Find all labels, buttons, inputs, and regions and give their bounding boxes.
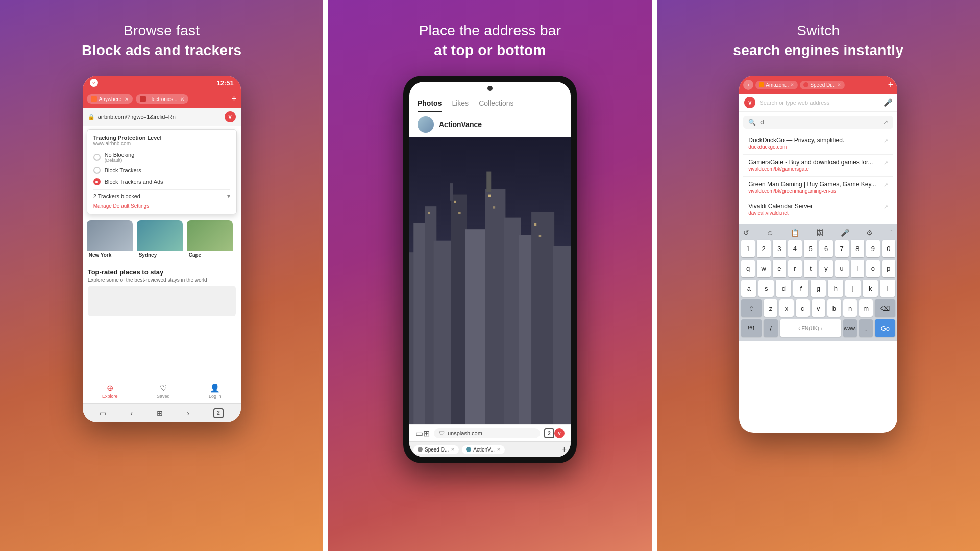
kb-key-z[interactable]: z (764, 299, 777, 317)
grid-view-icon[interactable]: ⊞ (423, 429, 430, 438)
kb-go-key[interactable]: Go (875, 319, 895, 337)
kb-key-j[interactable]: j (845, 280, 861, 297)
kb-emoji-icon[interactable]: ☺ (767, 229, 774, 237)
right-mic-icon[interactable]: 🎤 (884, 98, 892, 107)
kb-slash-key[interactable]: / (764, 319, 777, 337)
back-icon[interactable]: ‹ (130, 409, 133, 417)
manage-settings-link[interactable]: Manage Default Settings (93, 203, 230, 209)
right-tab-2[interactable]: Speed Di... ✕ (800, 81, 844, 89)
right-close-btn[interactable]: ‹ (743, 80, 753, 90)
kb-key-q[interactable]: q (741, 260, 755, 277)
forward-icon[interactable]: › (187, 409, 189, 417)
nav-saved[interactable]: ♡ Saved (157, 383, 170, 399)
suggestion-2[interactable]: GamersGate - Buy and download games for.… (743, 155, 893, 177)
right-tab1-close[interactable]: ✕ (790, 82, 794, 87)
block-trackers-radio[interactable] (93, 167, 101, 174)
vivaldi-menu-button[interactable]: V (225, 111, 236, 122)
kb-key-o[interactable]: o (866, 260, 880, 277)
nav-login[interactable]: 👤 Log in (209, 383, 222, 399)
kb-key-y[interactable]: y (819, 260, 833, 277)
kb-key-6[interactable]: 6 (819, 240, 833, 257)
destination-cape[interactable]: Cape (187, 220, 233, 261)
suggestion-1[interactable]: DuckDuckGo — Privacy, simplified. duckdu… (743, 133, 893, 155)
kb-history-icon[interactable]: ↺ (743, 229, 749, 237)
center-vivaldi-button[interactable]: V (554, 428, 565, 438)
kb-key-5[interactable]: 5 (804, 240, 818, 257)
block-trackers-ads-option[interactable]: Block Trackers and Ads (93, 178, 230, 185)
kb-key-p[interactable]: p (882, 260, 896, 277)
block-trackers-ads-radio[interactable] (93, 178, 101, 185)
kb-shift-key[interactable]: ⇧ (741, 299, 762, 317)
kb-key-m[interactable]: m (859, 299, 873, 317)
kb-key-2[interactable]: 2 (757, 240, 771, 257)
destination-new-york[interactable]: New York (87, 220, 133, 261)
center-tab-item-1[interactable]: Speed D... ✕ (413, 445, 459, 454)
nav-explore[interactable]: ⊕ Explore (102, 383, 118, 399)
right-tab-1[interactable]: Amazon... ✕ (755, 81, 798, 89)
kb-key-e[interactable]: e (773, 260, 787, 277)
right-tab2-close[interactable]: ✕ (837, 82, 841, 87)
center-tab1-close[interactable]: ✕ (451, 447, 455, 452)
kb-key-x[interactable]: x (779, 299, 793, 317)
tab-collections[interactable]: Collections (479, 99, 513, 112)
tab2-close[interactable]: ✕ (180, 96, 184, 102)
left-address-bar[interactable]: 🔒 airbnb.com/?irgwc=1&irclid=Rn V (83, 108, 241, 126)
search-clear-icon[interactable]: ↗ (883, 119, 888, 126)
kb-key-3[interactable]: 3 (773, 240, 787, 257)
kb-key-b[interactable]: b (827, 299, 841, 317)
kb-key-t[interactable]: t (804, 260, 818, 277)
kb-key-1[interactable]: 1 (741, 240, 755, 257)
sidebar-icon[interactable]: ▭ (100, 409, 106, 417)
kb-key-u[interactable]: u (835, 260, 849, 277)
kb-key-w[interactable]: w (757, 260, 771, 277)
kb-key-n[interactable]: n (843, 299, 857, 317)
kb-clipboard-icon[interactable]: 📋 (791, 229, 799, 237)
kb-lang-key[interactable]: ‹ EN(UK) › (780, 319, 841, 337)
destination-sydney[interactable]: Sydney (137, 220, 183, 261)
center-tab-item-2[interactable]: ActionV... ✕ (462, 445, 505, 454)
kb-key-c[interactable]: c (796, 299, 810, 317)
kb-key-g[interactable]: g (811, 280, 826, 297)
kb-key-v[interactable]: v (812, 299, 825, 317)
add-tab-button[interactable]: + (231, 94, 237, 105)
right-address-bar[interactable]: V Search or type web address 🎤 (739, 94, 897, 112)
kb-key-0[interactable]: 0 (882, 240, 896, 257)
left-tab-1[interactable]: Anywhere ✕ (87, 94, 133, 104)
kb-image-icon[interactable]: 🖼 (816, 229, 823, 237)
kb-settings-icon[interactable]: ⚙ (866, 229, 873, 237)
suggestion-3[interactable]: Green Man Gaming | Buy Games, Game Key..… (743, 177, 893, 198)
kb-key-s[interactable]: s (758, 280, 774, 297)
kb-key-a[interactable]: a (741, 280, 756, 297)
kb-key-k[interactable]: k (863, 280, 878, 297)
left-tab-2[interactable]: Electronics... ✕ (136, 94, 188, 104)
kb-dot-key[interactable]: . (859, 319, 873, 337)
kb-key-r[interactable]: r (788, 260, 802, 277)
suggestion-4[interactable]: Vivaldi Calendar Server davical.vivaldi.… (743, 198, 893, 220)
center-tab-count[interactable]: 2 (544, 428, 554, 438)
tab1-close[interactable]: ✕ (125, 96, 129, 102)
kb-www-key[interactable]: www. (843, 319, 857, 337)
block-trackers-option[interactable]: Block Trackers (93, 167, 230, 174)
center-url-bar[interactable]: 🛡 unsplash.com (434, 428, 540, 438)
kb-special-key[interactable]: !#1 (741, 319, 762, 337)
search-input-row[interactable]: 🔍 d ↗ (743, 116, 893, 129)
kb-expand-icon[interactable]: ˅ (890, 229, 893, 237)
kb-backspace-key[interactable]: ⌫ (875, 299, 895, 317)
no-blocking-option[interactable]: No Blocking (Default) (93, 152, 230, 163)
kb-mic-icon[interactable]: 🎤 (841, 229, 849, 237)
kb-key-l[interactable]: l (880, 280, 895, 297)
right-add-tab-button[interactable]: + (888, 80, 894, 90)
kb-key-h[interactable]: h (828, 280, 843, 297)
grid-icon[interactable]: ⊞ (157, 409, 163, 417)
tab-photos[interactable]: Photos (418, 99, 442, 112)
kb-key-7[interactable]: 7 (835, 240, 849, 257)
kb-key-9[interactable]: 9 (866, 240, 880, 257)
no-blocking-radio[interactable] (93, 154, 101, 161)
kb-key-4[interactable]: 4 (788, 240, 802, 257)
kb-key-i[interactable]: i (851, 260, 865, 277)
center-add-tab-button[interactable]: + (562, 445, 567, 454)
kb-key-d[interactable]: d (776, 280, 791, 297)
sidebar-toggle-icon[interactable]: ▭ (415, 429, 423, 438)
kb-key-8[interactable]: 8 (851, 240, 865, 257)
tab-count-badge[interactable]: 2 (213, 408, 224, 418)
